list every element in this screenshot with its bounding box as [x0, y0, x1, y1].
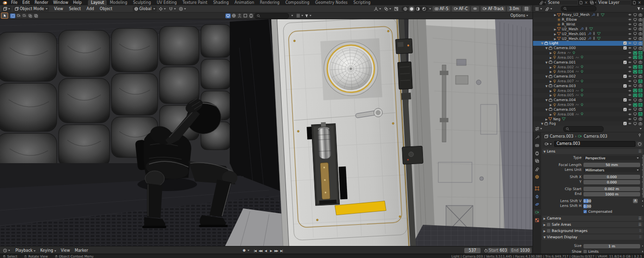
- world-toggle[interactable]: [231, 13, 236, 18]
- frame-start-field[interactable]: Start603: [487, 248, 508, 253]
- properties-tab-world[interactable]: [533, 174, 541, 180]
- expand-icon[interactable]: ▶: [549, 51, 553, 54]
- properties-tab-tool[interactable]: [533, 134, 541, 140]
- screen-toggle[interactable]: [633, 89, 637, 92]
- eye-toggle[interactable]: [628, 51, 632, 55]
- camera-toggle[interactable]: [638, 55, 643, 59]
- collapse-icon[interactable]: [289, 13, 294, 18]
- shading-solid-button[interactable]: [409, 6, 415, 12]
- datablock-name-field[interactable]: Camera.003: [554, 141, 635, 147]
- decorator-dot[interactable]: [642, 200, 644, 202]
- link-button[interactable]: [471, 6, 479, 12]
- expand-icon[interactable]: ▼: [545, 75, 548, 78]
- eye-toggle[interactable]: [628, 32, 632, 36]
- propedit-button[interactable]: [178, 6, 187, 12]
- lens-unit-dropdown[interactable]: Millimeters: [583, 168, 640, 172]
- eye-toggle[interactable]: [628, 46, 632, 50]
- workspace-tab-sculpting[interactable]: Sculpting: [130, 0, 154, 5]
- screen-toggle[interactable]: [633, 122, 637, 126]
- active-tool-button[interactable]: [1, 13, 8, 19]
- collection-checkbox[interactable]: ✓: [623, 75, 627, 78]
- camera-toggle[interactable]: [638, 60, 643, 64]
- view-layer-icon[interactable]: [591, 0, 596, 5]
- properties-tab-physics[interactable]: [533, 202, 541, 207]
- outliner-row-Area.007[interactable]: ▶ Area.007: [533, 79, 644, 84]
- eye-toggle[interactable]: [628, 23, 632, 26]
- viewport-menu-view[interactable]: View: [51, 7, 66, 11]
- collection-checkbox[interactable]: ✓: [623, 84, 627, 88]
- timeline-menu-view[interactable]: View: [59, 248, 73, 253]
- camera-toggle[interactable]: [638, 65, 643, 69]
- properties-tab-scene[interactable]: [533, 166, 541, 172]
- outliner-row-Area.005[interactable]: ▶ Area.005: [533, 93, 644, 98]
- current-frame-field[interactable]: 537: [464, 248, 481, 253]
- remove-view-layer-icon[interactable]: ×: [637, 0, 642, 5]
- outliner-scene-icon[interactable]: [544, 6, 553, 12]
- workspace-tab-rendering[interactable]: Rendering: [257, 0, 283, 5]
- expand-icon[interactable]: ▶: [545, 117, 548, 121]
- properties-tab-data[interactable]: [533, 209, 541, 215]
- lens-panel-header[interactable]: ▼Lens ☰: [542, 149, 644, 154]
- eye-toggle[interactable]: [628, 60, 632, 64]
- outliner-row-Area.001[interactable]: ▶ Area.001: [533, 55, 644, 60]
- properties-tab-object[interactable]: [533, 186, 541, 192]
- shading-wireframe-button[interactable]: [402, 6, 409, 12]
- screen-toggle[interactable]: [633, 32, 637, 36]
- animate-state-button[interactable]: A: [633, 199, 638, 203]
- outliner-row-R_Elbow[interactable]: R_Elbow: [533, 17, 644, 22]
- camera-toggle[interactable]: [638, 46, 643, 50]
- eye-toggle[interactable]: [628, 55, 632, 59]
- eye-toggle[interactable]: [628, 89, 632, 92]
- outliner-row-U2_Mesh.002[interactable]: ▶ U2_Mesh.002: [533, 36, 644, 41]
- expand-icon[interactable]: ▼: [545, 84, 548, 88]
- screen-toggle[interactable]: [633, 13, 637, 17]
- eye-toggle[interactable]: [628, 93, 632, 97]
- screen-toggle[interactable]: [225, 13, 231, 18]
- display-mode-icon[interactable]: [295, 13, 304, 18]
- clip-start-field[interactable]: 0.002 m: [583, 187, 640, 191]
- expand-icon[interactable]: ▶: [549, 89, 553, 92]
- outliner-row-Camera.003[interactable]: ▼ Camera.003 ✓: [533, 83, 644, 88]
- scene-name[interactable]: Scene: [545, 0, 578, 5]
- type-dropdown[interactable]: Perspective: [583, 156, 640, 160]
- size-field[interactable]: 1 m: [583, 244, 640, 248]
- outliner-row-Camera.001[interactable]: ▼ Camera.001 ✓: [533, 60, 644, 64]
- breadcrumb-object[interactable]: Camera.003: [550, 134, 573, 139]
- camera-toggle[interactable]: [638, 112, 643, 116]
- select-invert-button[interactable]: [27, 13, 33, 18]
- printer-toggle[interactable]: [248, 13, 254, 18]
- camera-toggle[interactable]: [638, 122, 643, 126]
- af-button-af-s[interactable]: AF-S: [433, 6, 450, 12]
- select-subtract-button[interactable]: [22, 13, 27, 18]
- outliner-filter-icon[interactable]: [636, 6, 644, 12]
- expand-icon[interactable]: ▶: [549, 103, 553, 106]
- lens-shift-h-slider[interactable]: 0.00: [583, 204, 591, 208]
- overlays-toggle[interactable]: [383, 6, 392, 12]
- end-field[interactable]: 1000 m: [583, 192, 640, 196]
- expand-icon[interactable]: ▼: [545, 46, 548, 50]
- lens-shift-v-slider[interactable]: 0.00: [583, 199, 591, 203]
- screen-toggle[interactable]: [633, 93, 637, 97]
- shading-material-button[interactable]: [415, 6, 421, 12]
- expand-icon[interactable]: ▼: [545, 61, 548, 64]
- properties-tab-output[interactable]: [533, 150, 541, 156]
- limits-checkbox[interactable]: Limits: [583, 249, 640, 254]
- play-reverse-button[interactable]: ◀: [263, 248, 268, 253]
- menu-window[interactable]: Window: [50, 0, 71, 5]
- camera-toggle[interactable]: [638, 23, 643, 26]
- jump-to-prev-keyframe-button[interactable]: ◀◀: [258, 248, 263, 253]
- mode-dropdown[interactable]: Object Mode: [13, 6, 49, 12]
- outliner-row-Camera.002[interactable]: ▼ Camera.002 ✓: [533, 74, 644, 79]
- outliner-row-Area.002[interactable]: ▶ Area.002: [533, 64, 644, 69]
- workspace-tab-compositing[interactable]: Compositing: [283, 0, 312, 5]
- viewport-canvas[interactable]: [0, 19, 533, 246]
- viewport-menu-add[interactable]: Add: [84, 7, 97, 11]
- camera-toggle[interactable]: [638, 13, 643, 17]
- outliner-row-Camera.005[interactable]: ▼ Camera.005 ✓: [533, 107, 644, 112]
- screen-toggle[interactable]: [633, 65, 637, 69]
- expand-icon[interactable]: ▶: [549, 93, 553, 97]
- screen-toggle[interactable]: [633, 70, 637, 74]
- camera-toggle[interactable]: [638, 117, 643, 121]
- af-button-af-track[interactable]: AF-Track: [481, 6, 506, 12]
- collection-checkbox[interactable]: ✓: [623, 122, 627, 125]
